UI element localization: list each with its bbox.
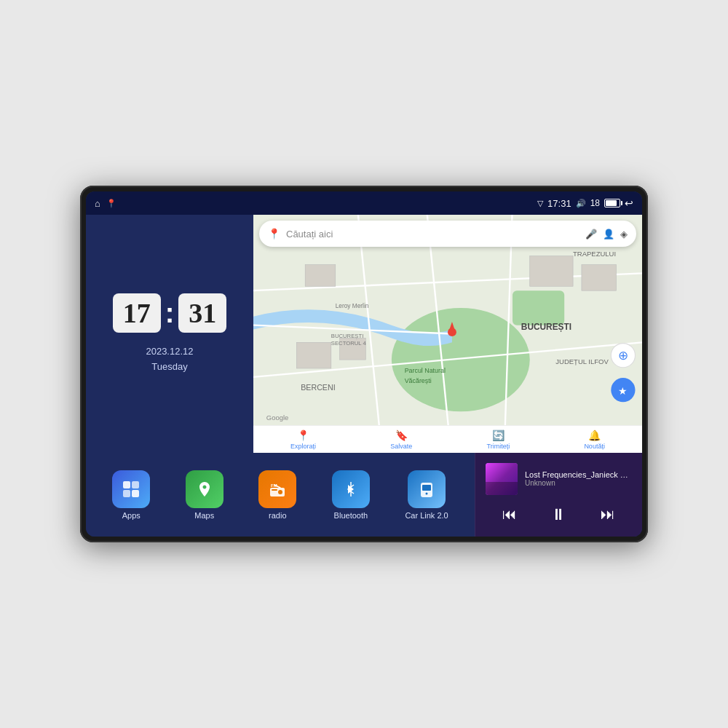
- map-nav-share-label: Trimiteți: [487, 443, 510, 450]
- svg-point-42: [426, 492, 428, 494]
- status-time: 17:31: [547, 198, 571, 209]
- next-button[interactable]: ⏭: [593, 503, 622, 526]
- svg-rect-12: [582, 265, 616, 291]
- status-bar-right: ▽ 17:31 🔊 18 ↩: [537, 197, 633, 209]
- back-icon[interactable]: ↩: [625, 197, 633, 209]
- map-pin-icon: 📍: [268, 228, 280, 240]
- svg-rect-41: [422, 485, 431, 491]
- bluetooth-icon: [332, 470, 370, 508]
- volume-icon: 🔊: [576, 199, 586, 208]
- map-search-bar[interactable]: 📍 Căutați aici 🎤 👤 ◈: [259, 221, 636, 247]
- svg-text:JUDEȚUL ILFOV: JUDEȚUL ILFOV: [555, 357, 609, 365]
- svg-text:BUCUREȘTI: BUCUREȘTI: [331, 333, 364, 339]
- clock-hours: 17: [113, 293, 161, 333]
- app-label-radio: radio: [269, 511, 286, 520]
- media-artist: Unknown: [525, 479, 632, 487]
- play-pause-button[interactable]: ⏸: [543, 502, 574, 527]
- home-icon[interactable]: ⌂: [95, 198, 100, 209]
- map-search-icons: 🎤 👤 ◈: [585, 229, 628, 240]
- svg-rect-13: [305, 265, 336, 287]
- device-frame: ⌂ 📍 ▽ 17:31 🔊 18 ↩ 17: [80, 186, 648, 542]
- prev-button[interactable]: ⏮: [495, 503, 524, 526]
- svg-text:BUCUREȘTI: BUCUREȘTI: [521, 322, 571, 332]
- app-label-bluetooth: Bluetooth: [334, 511, 368, 520]
- radio-icon: FM: [258, 470, 296, 508]
- maps-nav-icon[interactable]: 📍: [106, 199, 116, 208]
- svg-text:Parcul Natural: Parcul Natural: [405, 367, 446, 374]
- map-svg: BUCUREȘTI JUDEȚUL ILFOV TRAPEZULUI BERCE…: [253, 215, 642, 453]
- svg-rect-30: [123, 481, 130, 488]
- avatar-icon[interactable]: 👤: [603, 229, 614, 240]
- status-bar: ⌂ 📍 ▽ 17:31 🔊 18 ↩: [86, 191, 642, 215]
- carlink-icon: [408, 470, 446, 508]
- svg-text:BERCENI: BERCENI: [301, 383, 335, 392]
- media-player: Lost Frequencies_Janieck Devy-... Unknow…: [475, 453, 642, 537]
- media-controls: ⏮ ⏸ ⏭: [486, 502, 632, 527]
- album-art: [486, 463, 518, 495]
- svg-text:SECTORUL 4: SECTORUL 4: [331, 340, 367, 347]
- device-screen: ⌂ 📍 ▽ 17:31 🔊 18 ↩ 17: [86, 191, 642, 537]
- maps-icon: [186, 470, 223, 508]
- clock-minutes: 31: [178, 293, 226, 333]
- app-item-carlink[interactable]: Car Link 2.0: [405, 470, 448, 520]
- svg-point-35: [278, 490, 282, 494]
- volume-level: 18: [590, 198, 600, 208]
- clock-panel: 17 : 31 2023.12.12 Tuesday: [86, 215, 253, 453]
- svg-text:TRAPEZULUI: TRAPEZULUI: [573, 250, 616, 258]
- app-item-radio[interactable]: FM radio: [258, 470, 296, 520]
- svg-text:Leroy Merlin: Leroy Merlin: [336, 302, 369, 309]
- clock-display: 17 : 31: [113, 293, 227, 333]
- app-item-bluetooth[interactable]: Bluetooth: [332, 470, 370, 520]
- battery-indicator: [604, 199, 620, 207]
- main-content: 17 : 31 2023.12.12 Tuesday 📍 Căutați aic…: [86, 215, 642, 537]
- map-nav-saved-label: Salvate: [390, 443, 412, 450]
- media-info: Lost Frequencies_Janieck Devy-... Unknow…: [525, 470, 632, 487]
- map-nav-news-label: Noutăți: [584, 443, 605, 450]
- mic-icon[interactable]: 🎤: [585, 229, 597, 240]
- clock-day-value: Tuesday: [146, 360, 193, 375]
- clock-date: 2023.12.12 Tuesday: [146, 344, 193, 375]
- status-bar-left: ⌂ 📍: [95, 198, 116, 209]
- map-nav-news[interactable]: 🔔 Noutăți: [584, 430, 605, 450]
- explore-icon: 📍: [297, 430, 309, 441]
- svg-rect-9: [296, 342, 331, 368]
- map-nav-explore-label: Explorați: [290, 443, 316, 450]
- app-label-apps: Apps: [122, 511, 141, 520]
- top-section: 17 : 31 2023.12.12 Tuesday 📍 Căutați aic…: [86, 215, 642, 453]
- svg-text:⊕: ⊕: [618, 349, 628, 363]
- svg-rect-2: [513, 290, 564, 325]
- media-top: Lost Frequencies_Janieck Devy-... Unknow…: [486, 463, 632, 495]
- share-icon: 🔄: [492, 430, 505, 441]
- svg-rect-11: [530, 256, 573, 287]
- svg-text:Văcărești: Văcărești: [405, 377, 432, 384]
- svg-rect-33: [132, 490, 139, 497]
- app-item-maps[interactable]: Maps: [186, 470, 223, 520]
- media-title: Lost Frequencies_Janieck Devy-...: [525, 470, 632, 479]
- saved-icon: 🔖: [395, 430, 408, 441]
- map-nav-explore[interactable]: 📍 Explorați: [290, 430, 316, 450]
- svg-rect-32: [123, 490, 130, 497]
- news-icon: 🔔: [588, 430, 601, 441]
- apps-strip: Apps Maps: [86, 453, 475, 537]
- svg-text:FM: FM: [271, 483, 277, 488]
- signal-icon: ▽: [537, 199, 543, 208]
- map-search-placeholder[interactable]: Căutați aici: [286, 229, 579, 240]
- layers-icon[interactable]: ◈: [620, 229, 628, 240]
- svg-text:★: ★: [618, 385, 628, 397]
- map-bottom-bar: 📍 Explorați 🔖 Salvate 🔄 Trimiteți �: [253, 425, 642, 453]
- clock-date-value: 2023.12.12: [146, 344, 193, 360]
- clock-colon: :: [165, 299, 175, 327]
- app-item-apps[interactable]: Apps: [112, 470, 150, 520]
- apps-icon: [112, 470, 150, 508]
- svg-rect-36: [272, 489, 277, 491]
- map-nav-saved[interactable]: 🔖 Salvate: [390, 430, 412, 450]
- svg-text:Google: Google: [266, 414, 289, 422]
- map-nav-share[interactable]: 🔄 Trimiteți: [487, 430, 510, 450]
- app-label-maps: Maps: [194, 511, 214, 520]
- map-panel[interactable]: 📍 Căutați aici 🎤 👤 ◈: [253, 215, 642, 453]
- svg-rect-31: [132, 481, 139, 488]
- bottom-section: Apps Maps: [86, 453, 642, 537]
- app-label-carlink: Car Link 2.0: [405, 511, 448, 520]
